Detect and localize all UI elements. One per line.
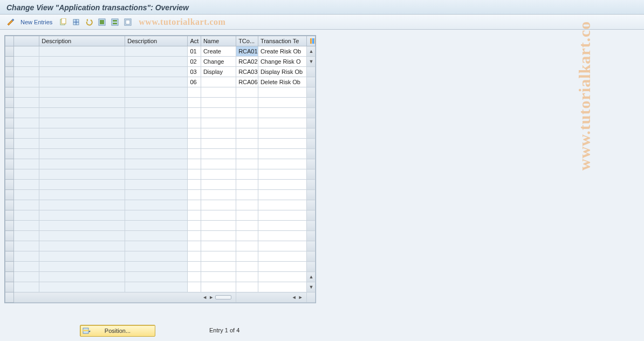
vertical-scroll-track[interactable]	[306, 128, 315, 139]
cell-transaction-text[interactable]: Display Risk Ob	[258, 67, 306, 77]
table-config-button[interactable]	[306, 36, 315, 46]
cell-description-2[interactable]	[125, 98, 188, 108]
vertical-scroll-track[interactable]: ▼	[306, 57, 315, 67]
row-selector[interactable]	[5, 169, 14, 180]
copy-as-button[interactable]	[58, 17, 68, 28]
cell-blank[interactable]	[14, 98, 39, 108]
cell-blank[interactable]	[14, 262, 39, 272]
cell-description-2[interactable]	[125, 118, 188, 128]
cell-tcode[interactable]	[236, 180, 258, 190]
row-selector[interactable]	[5, 128, 14, 139]
vertical-scroll-track[interactable]	[306, 251, 315, 262]
cell-blank[interactable]	[14, 87, 39, 98]
cell-transaction-text[interactable]	[258, 231, 306, 241]
col-blank[interactable]	[14, 36, 39, 46]
cell-name[interactable]	[201, 159, 236, 169]
cell-description-2[interactable]	[125, 251, 188, 262]
scroll-left-icon[interactable]: ◄	[292, 295, 297, 300]
cell-tcode[interactable]	[236, 159, 258, 169]
cell-blank[interactable]	[14, 128, 39, 139]
cell-name[interactable]	[201, 149, 236, 159]
cell-description-1[interactable]	[39, 169, 125, 180]
cell-blank[interactable]	[14, 241, 39, 251]
cell-tcode[interactable]	[236, 251, 258, 262]
cell-description-2[interactable]	[125, 200, 188, 210]
cell-act[interactable]	[188, 180, 201, 190]
cell-blank[interactable]	[14, 200, 39, 210]
cell-blank[interactable]	[14, 139, 39, 149]
cell-tcode[interactable]	[236, 200, 258, 210]
col-description-2[interactable]: Description	[125, 36, 188, 46]
cell-description-1[interactable]	[39, 57, 125, 67]
cell-tcode[interactable]	[236, 118, 258, 128]
scroll-right-icon[interactable]: ►	[298, 295, 303, 300]
cell-act[interactable]	[188, 272, 201, 282]
cell-act[interactable]	[188, 231, 201, 241]
cell-act[interactable]	[188, 149, 201, 159]
row-selector[interactable]	[5, 190, 14, 200]
cell-act[interactable]	[188, 159, 201, 169]
row-selector[interactable]	[5, 180, 14, 190]
cell-tcode[interactable]: RCA02	[236, 57, 258, 67]
cell-description-1[interactable]	[39, 159, 125, 169]
cell-name[interactable]	[201, 180, 236, 190]
cell-tcode[interactable]	[236, 210, 258, 221]
scroll-up-icon[interactable]: ▲	[309, 49, 313, 54]
cell-act[interactable]: 02	[188, 57, 201, 67]
cell-description-2[interactable]	[125, 149, 188, 159]
vertical-scroll-track[interactable]	[306, 108, 315, 118]
vertical-scroll-track[interactable]	[306, 77, 315, 87]
row-selector[interactable]	[5, 87, 14, 98]
cell-act[interactable]	[188, 169, 201, 180]
scroll-track[interactable]	[215, 295, 231, 299]
cell-description-1[interactable]	[39, 98, 125, 108]
cell-blank[interactable]	[14, 46, 39, 57]
cell-description-2[interactable]	[125, 57, 188, 67]
cell-description-2[interactable]	[125, 231, 188, 241]
cell-name[interactable]	[201, 98, 236, 108]
vertical-scroll-track[interactable]: ▲	[306, 272, 315, 282]
cell-name[interactable]	[201, 262, 236, 272]
cell-description-2[interactable]	[125, 210, 188, 221]
row-selector[interactable]	[5, 77, 14, 87]
cell-transaction-text[interactable]	[258, 210, 306, 221]
cell-tcode[interactable]	[236, 190, 258, 200]
cell-transaction-text[interactable]	[258, 272, 306, 282]
cell-name[interactable]	[201, 108, 236, 118]
cell-name[interactable]	[201, 272, 236, 282]
cell-transaction-text[interactable]	[258, 251, 306, 262]
vertical-scroll-track[interactable]	[306, 262, 315, 272]
cell-description-2[interactable]	[125, 169, 188, 180]
cell-act[interactable]	[188, 282, 201, 292]
scroll-down-icon[interactable]: ▼	[309, 59, 313, 64]
cell-description-1[interactable]	[39, 221, 125, 231]
cell-description-2[interactable]	[125, 159, 188, 169]
row-selector[interactable]	[5, 241, 14, 251]
cell-tcode[interactable]	[236, 87, 258, 98]
cell-name[interactable]	[201, 231, 236, 241]
cell-tcode[interactable]: RCA06	[236, 77, 258, 87]
cell-blank[interactable]	[14, 272, 39, 282]
cell-tcode[interactable]	[236, 169, 258, 180]
cell-name[interactable]	[201, 118, 236, 128]
header-select-all[interactable]	[5, 36, 14, 46]
cell-act[interactable]	[188, 210, 201, 221]
cell-description-1[interactable]	[39, 77, 125, 87]
row-selector[interactable]	[5, 149, 14, 159]
cell-blank[interactable]	[14, 108, 39, 118]
row-selector[interactable]	[5, 231, 14, 241]
row-selector[interactable]	[5, 282, 14, 292]
cell-description-2[interactable]	[125, 128, 188, 139]
cell-act[interactable]: 06	[188, 77, 201, 87]
cell-act[interactable]	[188, 98, 201, 108]
cell-blank[interactable]	[14, 149, 39, 159]
row-selector[interactable]	[5, 57, 14, 67]
cell-transaction-text[interactable]	[258, 241, 306, 251]
cell-name[interactable]	[201, 77, 236, 87]
cell-description-2[interactable]	[125, 139, 188, 149]
cell-act[interactable]	[188, 128, 201, 139]
cell-name[interactable]: Create	[201, 46, 236, 57]
col-tcode[interactable]: TCo...	[236, 36, 258, 46]
cell-transaction-text[interactable]	[258, 149, 306, 159]
vertical-scroll-track[interactable]: ▲	[306, 46, 315, 57]
